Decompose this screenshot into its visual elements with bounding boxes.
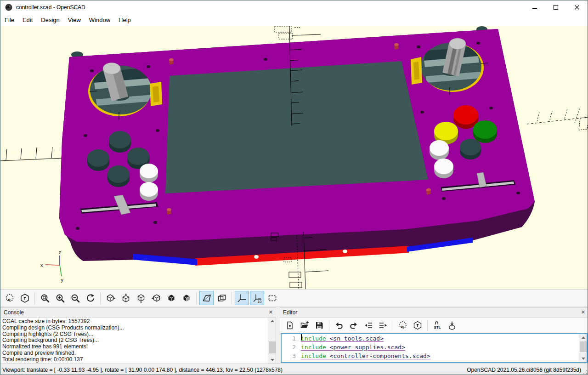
panel-splitter[interactable] (276, 307, 280, 364)
line-number: 3 (282, 352, 301, 360)
show-axes-button[interactable] (235, 291, 249, 305)
indent-icon (379, 321, 388, 330)
version-text: OpenSCAD 2021.05.26.ci8056 (git 8d59f235… (467, 367, 581, 373)
menu-help[interactable]: Help (114, 15, 135, 25)
reset-view-button[interactable] (83, 291, 97, 305)
openscad-logo-icon (5, 4, 12, 11)
code-line: 2 include <power supplies.scad> (282, 343, 579, 352)
scroll-up-icon[interactable] (579, 334, 587, 341)
scroll-down-icon[interactable] (579, 355, 587, 362)
open-file-button[interactable] (298, 319, 311, 332)
view-back-button[interactable] (179, 291, 193, 305)
resize-grip[interactable] (583, 370, 588, 375)
openscad-window: controller.scad - OpenSCAD File Edit Des… (0, 0, 588, 375)
menu-design[interactable]: Design (37, 15, 63, 25)
orthogonal-icon (217, 293, 227, 303)
include-statement[interactable]: include <power supplies.scad> (301, 343, 405, 352)
console-line: Compiling background (2 CSG Trees)... (2, 337, 268, 344)
view-left-button[interactable] (149, 291, 163, 305)
show-edges-button[interactable] (265, 291, 279, 305)
code-line: 1 include <sn tools.scad> (282, 334, 579, 343)
zoom-in-icon (55, 293, 65, 303)
show-scale-markers-button[interactable]: 10 (250, 291, 264, 305)
scroll-down-icon[interactable] (268, 357, 276, 364)
orthogonal-button[interactable] (215, 291, 229, 305)
menu-file[interactable]: File (0, 15, 18, 25)
editor-render-button[interactable] (411, 319, 424, 332)
console-panel: Console ✕ CGAL cache size in bytes: 1557… (0, 307, 276, 364)
export-button[interactable] (445, 319, 459, 332)
undo-button[interactable] (332, 319, 346, 332)
save-button[interactable] (312, 319, 326, 332)
console-scroll-thumb[interactable] (269, 341, 276, 353)
toolbar-separator (427, 320, 428, 330)
console-body[interactable]: CGAL cache size in bytes: 1557392 Compil… (0, 318, 276, 364)
zoom-out-icon (70, 293, 80, 303)
perspective-button[interactable] (199, 291, 214, 305)
code-line: 4 (282, 360, 579, 363)
zoom-all-icon (40, 293, 50, 303)
new-file-button[interactable] (283, 319, 297, 332)
zoom-in-button[interactable] (53, 291, 67, 305)
viewport-3d[interactable]: x z y (0, 26, 588, 289)
line-number: 2 (282, 343, 301, 352)
include-statement[interactable]: include <controller-components.scad> (301, 352, 430, 360)
3d-scene: x z y (0, 26, 588, 289)
view-front-button[interactable] (164, 291, 178, 305)
menu-window[interactable]: Window (85, 15, 114, 25)
console-line: Compiling design (CSG Products normaliza… (2, 325, 268, 331)
reset-view-icon (85, 293, 96, 303)
preview-button[interactable]: » (2, 291, 17, 305)
view-left-icon (151, 293, 161, 303)
console-line: CGAL cache size in bytes: 1557392 (2, 318, 268, 325)
console-scrollbar[interactable] (268, 318, 276, 364)
unindent-icon (364, 321, 373, 330)
maximize-button[interactable] (545, 0, 566, 14)
minimize-button[interactable] (524, 0, 545, 14)
view-right-button[interactable] (103, 291, 118, 305)
console-header: Console ✕ (0, 307, 276, 318)
strip-hole (343, 250, 347, 253)
close-button[interactable] (566, 0, 588, 14)
svg-text:»: » (401, 324, 404, 330)
toolbar-separator (100, 292, 101, 304)
editor-scrollbar[interactable] (579, 334, 587, 362)
title-bar: controller.scad - OpenSCAD (0, 0, 588, 14)
zoom-out-button[interactable] (68, 291, 82, 305)
console-close-button[interactable]: ✕ (269, 310, 273, 315)
include-statement[interactable]: include <sn tools.scad> (301, 334, 384, 343)
close-icon (574, 5, 580, 10)
toolbar-separator (196, 292, 197, 304)
view-top-icon (121, 293, 131, 303)
scroll-up-icon[interactable] (268, 318, 276, 324)
code-editor[interactable]: 1 include <sn tools.scad> 2 include <pow… (281, 333, 588, 363)
menu-edit[interactable]: Edit (18, 15, 37, 25)
indent-button[interactable] (376, 319, 390, 332)
editor-close-button[interactable]: ✕ (581, 310, 585, 315)
editor-preview-button[interactable]: » (396, 319, 410, 332)
axis-label-x: x (40, 262, 43, 268)
bottom-panels: Console ✕ CGAL cache size in bytes: 1557… (0, 307, 588, 364)
console-line: Compile and preview finished. (2, 350, 268, 357)
toolbar-separator (34, 292, 35, 304)
view-bottom-button[interactable] (134, 291, 148, 305)
show-scale-markers-icon: 10 (252, 293, 262, 303)
editor-toolbar: » STL (280, 318, 588, 333)
preview-icon: » (5, 293, 15, 303)
editor-scroll-thumb[interactable] (580, 341, 587, 352)
console-line: Normalized tree has 991 elements! (2, 344, 268, 350)
toolbar-separator (232, 292, 232, 304)
redo-button[interactable] (347, 319, 361, 332)
view-front-icon (166, 293, 176, 303)
render-button[interactable] (17, 291, 32, 305)
toolbar-separator (329, 320, 329, 330)
view-right-icon (106, 293, 116, 303)
menu-view[interactable]: View (64, 15, 85, 25)
export-stl-button[interactable]: STL (430, 319, 444, 332)
zoom-all-button[interactable] (38, 291, 52, 305)
maximize-icon (553, 5, 559, 10)
line-number: 1 (282, 334, 301, 343)
minimize-icon (532, 5, 537, 10)
view-top-button[interactable] (119, 291, 133, 305)
unindent-button[interactable] (362, 319, 375, 332)
